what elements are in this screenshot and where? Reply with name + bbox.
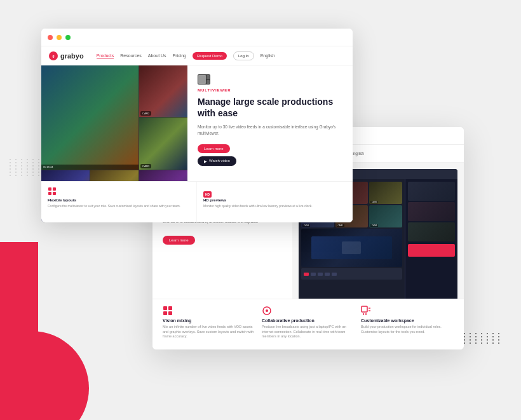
w1-feature-flexible: Flexible layouts Configure the multiview… [41,182,197,222]
hd-icon: HD [203,187,212,196]
vision-title: Vision mixing [163,318,255,323]
mv-icon-2 [206,80,210,85]
w1-nav[interactable]: Products Resources About Us Pricing Requ… [97,51,275,60]
collab-icon [262,306,272,316]
w1-feature-hd: HD HD previews Monitor high quality vide… [197,182,353,222]
play-icon: ▶ [204,159,207,163]
cr-btn-5[interactable] [332,273,337,276]
cr-cell-6: CAM6 [369,205,402,227]
w1-nav-products[interactable]: Products [97,53,114,58]
customize-desc: Build your production workspace for indi… [361,325,454,334]
cr-preview-main [301,229,402,267]
w2-feature-collab: Collaborative production Produce live br… [262,306,355,343]
flexible-desc: Configure the multiviewer to suit your r… [48,204,190,208]
w1-main-desc: Monitor up to 30 live video feeds in a c… [198,124,342,137]
collab-desc: Produce live broadcasts using just a lap… [262,325,355,339]
hd-desc: Monitor high quality video feeds with ul… [203,204,346,208]
w1-minimize-dot [57,35,62,40]
dot-pattern-right [458,333,502,344]
multiviewer-icon [198,74,210,85]
svg-rect-3 [168,311,172,315]
w1-main-title: Manage large scale productions with ease [198,96,342,119]
w1-nav-language[interactable]: English [260,53,275,58]
w1-request-demo-button[interactable]: Request Demo [193,52,227,60]
w1-watch-video-button[interactable]: ▶ Watch video [198,156,236,166]
window1-header: g grabyo Products Resources About Us Pri… [41,46,353,65]
cr-btn-1[interactable] [304,273,309,276]
cr-cell-label-4: CAM4 [302,224,310,227]
cr-highlight-bar [408,244,455,257]
flexible-title: Flexible layouts [48,198,190,202]
mv-label-2: CAM2 [140,111,151,116]
w1-cta-group: Learn more ▶ Watch video [198,144,342,166]
cr-btn-4[interactable] [325,273,330,276]
w1-logo: g grabyo [49,51,84,60]
mv-timebar: 00:16:44 [41,165,139,170]
mv-icon-main [198,75,206,84]
svg-rect-6 [362,306,367,312]
watch-video-label: Watch video [209,159,230,163]
bg-rect-decoration [0,242,38,369]
w1-login-button[interactable]: Log In [233,51,254,60]
svg-rect-2 [163,311,167,315]
browser-window-1: g grabyo Products Resources About Us Pri… [41,29,353,222]
mv-label-3: CAM3 [140,164,151,168]
w1-maximize-dot [65,35,71,40]
w1-grabyo-icon: g [49,51,58,60]
svg-rect-13 [48,192,51,195]
w2-feature-customize: Customizable workspace Build your produc… [361,306,454,343]
cr-thumb-2 [408,202,455,221]
vision-desc: Mix an infinite number of live video fee… [163,325,255,339]
svg-rect-14 [53,192,56,195]
cr-cell-label-3: CAM3 [370,201,378,203]
cr-cell-label-6: CAM6 [370,224,378,227]
cr-cell-3: CAM3 [369,182,402,204]
w1-section-tag: MULTIVIEWER [198,88,342,92]
cr-controls-bar [301,268,402,280]
w2-feature-vision: Vision mixing Mix an infinite number of … [163,306,255,343]
w2-learn-more-button[interactable]: Learn more [163,236,195,245]
mv-cell-2: CAM2 [139,65,187,117]
svg-rect-11 [48,187,51,191]
cr-btn-3[interactable] [318,273,323,276]
cr-cell-label-5: CAM5 [337,224,344,227]
window1-titlebar [41,29,353,46]
mv-cell-3: CAM3 [139,118,187,169]
w2-features-row: Vision mixing Mix an infinite number of … [152,299,464,349]
svg-point-5 [266,309,268,312]
flexible-icon [48,187,57,196]
w1-grabyo-text: grabyo [60,52,84,60]
collab-title: Collaborative production [262,318,355,323]
customize-icon [361,306,371,316]
cr-thumb-3 [408,222,455,241]
w1-features-row: Flexible layouts Configure the multiview… [41,181,353,222]
mv-time-display: 00:16:44 [43,165,53,168]
w1-nav-pricing[interactable]: Pricing [173,53,186,58]
vision-icon [163,306,173,316]
svg-rect-1 [168,306,172,310]
w1-nav-about[interactable]: About Us [148,53,166,58]
mv-cell-main: 00:16:44 [41,65,139,170]
cr-thumb-1 [408,182,455,201]
svg-rect-12 [53,187,56,191]
mv-icon-1 [206,75,210,79]
w1-close-dot [48,35,53,40]
cr-btn-2[interactable] [311,273,316,276]
customize-title: Customizable workspace [361,318,454,323]
w1-nav-resources[interactable]: Resources [120,53,141,58]
svg-rect-0 [163,306,167,310]
w1-learn-more-button[interactable]: Learn more [198,144,230,153]
hd-title: HD previews [203,198,346,202]
